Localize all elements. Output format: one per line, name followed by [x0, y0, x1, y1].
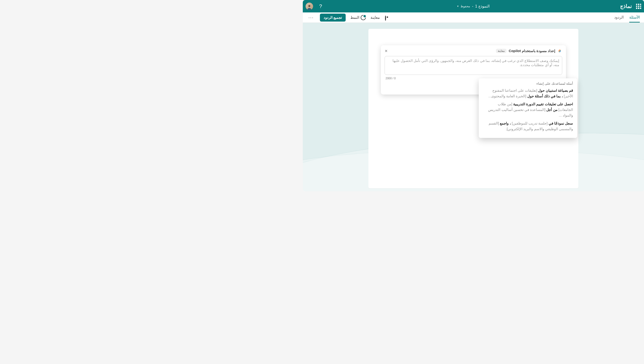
- toolbar: الأسئلة الردود معاينة النمط تجميع الردود…: [303, 13, 644, 23]
- theme-label: النمط: [350, 15, 359, 20]
- theme-button[interactable]: النمط: [350, 15, 366, 20]
- more-icon[interactable]: ···: [307, 15, 315, 20]
- prompts-popover: أمثلة لمساعدتك على إنشاء قم بصياغة استبي…: [479, 78, 577, 138]
- preview-badge: معاينة: [496, 49, 506, 53]
- form-title-dropdown[interactable]: النموذج 1 - محفوظ ▾: [457, 4, 490, 9]
- eye-icon: [381, 15, 386, 20]
- header-bar: نماذج النموذج 1 - محفوظ ▾ ?: [303, 0, 644, 13]
- svg-point-0: [308, 5, 310, 7]
- close-icon[interactable]: ✕: [384, 49, 388, 53]
- avatar[interactable]: [306, 3, 313, 10]
- preview-button[interactable]: معاينة: [370, 15, 386, 20]
- help-icon[interactable]: ?: [317, 3, 324, 10]
- app-launcher-icon[interactable]: [636, 4, 641, 9]
- prompt-example[interactable]: سجل نموذجًا في [جلسة تدريب للموظفين] ، و…: [483, 121, 573, 132]
- tab-responses[interactable]: الردود: [614, 13, 624, 23]
- app-window: نماذج النموذج 1 - محفوظ ▾ ? الأسئلة الرد…: [303, 0, 644, 191]
- tab-questions[interactable]: الأسئلة: [629, 13, 640, 23]
- collect-responses-button[interactable]: تجميع الردود: [320, 14, 346, 22]
- chevron-down-icon: ▾: [457, 5, 459, 8]
- prompt-example[interactable]: احصل على تعليقات تقييم الدورة التدريبية …: [483, 101, 573, 118]
- copilot-prompt-input[interactable]: [384, 56, 562, 75]
- prompt-example[interactable]: قم بصياغة استبيان حول [تعليقات على اجتما…: [483, 88, 573, 99]
- dash: -: [472, 4, 473, 9]
- palette-icon: [361, 15, 366, 20]
- copilot-title: إعداد مسودة باستخدام Copilot: [509, 49, 555, 53]
- form-title: النموذج 1: [475, 4, 489, 9]
- preview-label: معاينة: [370, 15, 380, 20]
- copilot-icon: [558, 49, 562, 53]
- canvas: إعداد مسودة باستخدام Copilot معاينة ✕ 0 …: [303, 23, 644, 191]
- saved-status: محفوظ: [460, 5, 470, 8]
- prompts-heading: أمثلة لمساعدتك على إنشاء: [483, 82, 573, 85]
- app-name: نماذج: [620, 3, 632, 10]
- person-icon: [306, 4, 312, 10]
